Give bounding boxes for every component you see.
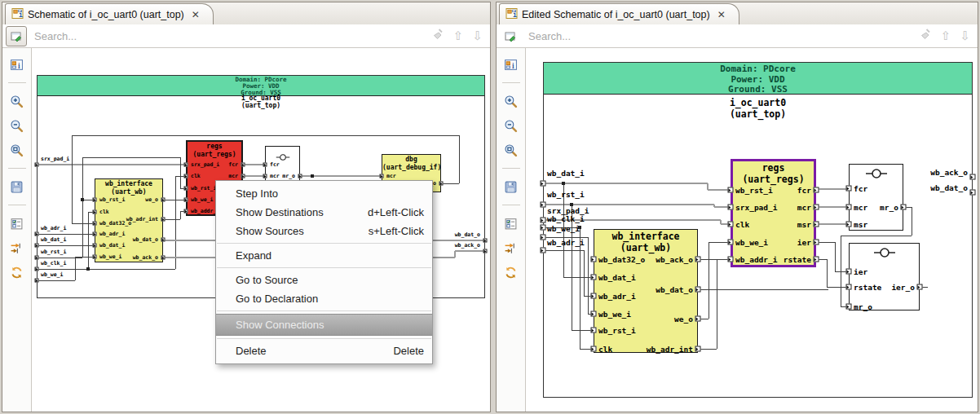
wire [243, 175, 265, 177]
search-filter-button[interactable] [500, 26, 521, 46]
search-previous-icon[interactable]: ⇧ [453, 30, 464, 42]
port-label: ier [731, 238, 811, 247]
search-bar: ⇧ ⇩ [497, 24, 978, 48]
tab-edited-schematic[interactable]: i Edited Schematic of i_oc_uart0 (uart_t… [499, 3, 739, 24]
schematic-canvas[interactable]: Domain: PDcorePower: VDDGround: VSSi_oc_… [527, 48, 978, 412]
toolbar-separator [8, 205, 26, 205]
menu-item-show-destinations[interactable]: Show Destinationsd+Left-Click [216, 203, 432, 222]
menu-item-label: Show Connections [236, 318, 324, 332]
port-icon [35, 267, 39, 271]
port-icon [184, 187, 188, 191]
menu-item-label: Show Destinations [236, 205, 324, 219]
menu-item-expand[interactable]: Expand [216, 246, 432, 265]
block-ff2[interactable] [849, 243, 920, 310]
menu-separator [217, 243, 431, 244]
wire [163, 200, 186, 200]
port-icon [541, 248, 546, 253]
port-icon [298, 174, 302, 178]
search-previous-icon[interactable]: ⇧ [941, 30, 951, 42]
wire [816, 206, 849, 208]
tab-schematic[interactable]: i Schematic of i_oc_uart0 (uart_top) ✕ [5, 3, 214, 24]
edited-schematic-view-panel: i Edited Schematic of i_oc_uart0 (uart_t… [496, 2, 978, 412]
port-label: wb_adr_int [95, 216, 158, 222]
port-icon [541, 218, 546, 223]
menu-item-go-to-source[interactable]: Go to Source [216, 271, 432, 289]
port-icon [241, 174, 245, 178]
input-port-label: wb_adr_i [547, 238, 585, 247]
wire [180, 157, 181, 188]
port-icon [695, 316, 701, 322]
menu-separator [217, 338, 431, 339]
overview-button[interactable]: i [7, 55, 28, 74]
wire [82, 157, 180, 158]
tab-close-icon[interactable]: ✕ [192, 9, 200, 20]
power-domain-header: Domain: PDcorePower: VDDGround: VSS [38, 76, 484, 96]
port-icon [35, 279, 39, 283]
port-icon [970, 190, 976, 196]
port-label: mcr [186, 173, 238, 179]
menu-item-step-into[interactable]: Step Into [216, 184, 432, 203]
tab-close-icon[interactable]: ✕ [717, 9, 726, 20]
port-label: wb_rst_i [598, 326, 636, 335]
port-icon [970, 174, 976, 180]
port-label: mr_o [854, 302, 872, 311]
port-label: msr [731, 220, 811, 229]
port-label: mcr [386, 173, 396, 179]
zoom-fit-button[interactable] [501, 140, 522, 160]
menu-item-show-sources[interactable]: Show Sourcess+Left-Click [216, 222, 432, 240]
search-next-icon[interactable]: ⇩ [960, 30, 970, 42]
search-next-icon[interactable]: ⇩ [472, 30, 483, 42]
trace-button[interactable] [501, 238, 522, 258]
tab-bar: i Schematic of i_oc_uart0 (uart_top) ✕ [2, 2, 490, 25]
filter-button[interactable] [501, 214, 522, 233]
wire [698, 289, 828, 290]
port-icon [591, 275, 597, 280]
zoom-fit-button[interactable] [7, 140, 28, 160]
menu-item-label: Show Sources [236, 224, 304, 238]
clear-search-icon[interactable] [431, 28, 444, 44]
trace-button[interactable] [7, 238, 28, 258]
wire [180, 211, 181, 219]
port-icon [695, 257, 701, 262]
schematic-toolbar: i [2, 48, 32, 412]
port-icon [814, 257, 819, 262]
refresh-button[interactable] [7, 262, 28, 282]
zoom-out-button[interactable] [7, 116, 28, 135]
clear-search-icon[interactable] [919, 28, 932, 44]
wire [584, 250, 585, 296]
search-input[interactable] [27, 29, 431, 43]
port-icon [483, 249, 488, 253]
menu-item-go-to-declaration[interactable]: Go to Declaration [216, 289, 432, 308]
overview-button[interactable]: i [501, 55, 522, 74]
wire [72, 223, 95, 224]
search-filter-button[interactable] [6, 26, 27, 46]
port-label: wb_dat_i [598, 273, 636, 282]
menu-item-delete[interactable]: DeleteDelete [216, 341, 432, 360]
menu-item-show-connections[interactable]: Show Connections [216, 314, 432, 336]
zoom-out-button[interactable] [501, 116, 522, 135]
zoom-in-button[interactable] [501, 91, 522, 111]
port-icon [591, 328, 597, 333]
port-label: clk [99, 209, 109, 215]
wire [841, 236, 841, 306]
wire [37, 269, 88, 270]
wire [72, 135, 459, 136]
port-icon [901, 205, 907, 210]
save-button[interactable] [7, 177, 28, 196]
wire [175, 176, 176, 269]
port-icon [541, 225, 546, 231]
menu-item-label: Delete [236, 344, 267, 358]
save-button[interactable] [501, 177, 522, 196]
refresh-button[interactable] [501, 262, 522, 282]
output-port-label: wb_ack_o [543, 168, 968, 177]
wire [717, 259, 717, 349]
search-nav: ⇧ ⇩ [431, 28, 483, 44]
filter-button[interactable] [7, 214, 28, 233]
input-port-label: wb_rst_i [41, 249, 66, 255]
zoom-in-button[interactable] [7, 91, 28, 111]
wire [698, 259, 726, 260]
search-input[interactable] [521, 29, 919, 43]
schematic-view-panel: i Schematic of i_oc_uart0 (uart_top) ✕ ⇧… [2, 2, 491, 412]
menu-item-label: Expand [236, 249, 271, 262]
input-port-label: wb_we_i [547, 224, 580, 233]
